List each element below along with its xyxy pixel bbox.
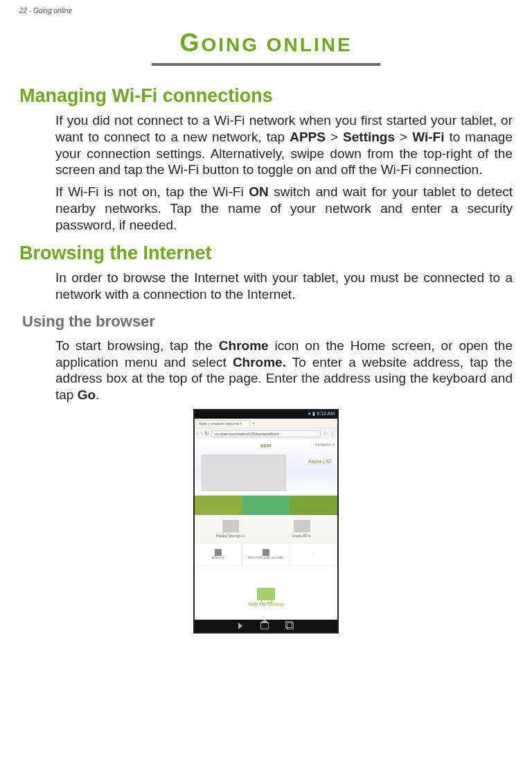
mobility-icon: [215, 549, 222, 556]
category-label: DESKTOPS & ALL-IN-ONES: [248, 556, 284, 559]
webpage-banner: acer Navigation ▾ Aspire | S7: [195, 439, 337, 496]
site-nav[interactable]: Navigation ▾: [315, 442, 335, 446]
browser-urlbar: ‹ › ↻ us.acer.com/ac/en/US/content/hom ☆…: [195, 428, 337, 439]
browser-tab[interactable]: Acer | explore beyond l: [196, 420, 250, 426]
screenshot-container: ▾ ▮ 9:12 AM Acer | explore beyond l + ‹ …: [19, 409, 513, 636]
heading-managing-wifi: Managing Wi-Fi connections: [19, 85, 513, 107]
acer-logo: acer: [260, 442, 272, 448]
product-1[interactable]: Holiday Savings ⊘: [195, 515, 266, 543]
menu-icon[interactable]: ⋮: [330, 430, 335, 437]
text: >: [326, 130, 343, 144]
browse-paragraph-1: In order to browse the Internet with you…: [19, 270, 513, 303]
tile-1[interactable]: [195, 496, 242, 515]
bold-chrome2: Chrome.: [233, 355, 286, 369]
chapter-title-initial: G: [179, 28, 201, 57]
page-header: 22 - Going online: [19, 7, 513, 15]
category-label: MOBILITY: [212, 556, 225, 559]
tile-row: [195, 496, 337, 515]
wifi-paragraph-1: If you did not connect to a Wi-Fi networ…: [19, 112, 513, 178]
statusbar-time: 9:12 AM: [317, 411, 335, 416]
new-tab-button[interactable]: +: [252, 421, 255, 425]
bold-wifi: Wi-Fi: [412, 130, 444, 144]
document-page: 22 - Going online GOING ONLINE Managing …: [0, 0, 532, 650]
nav-home-icon[interactable]: [260, 622, 269, 629]
tablet-screenshot: ▾ ▮ 9:12 AM Acer | explore beyond l + ‹ …: [193, 409, 339, 634]
bold-chrome: Chrome: [219, 338, 269, 353]
arrow-icon: ⊘: [242, 534, 245, 538]
product-label: Holiday Savings: [216, 534, 241, 538]
star-icon[interactable]: ☆: [323, 430, 328, 437]
back-icon[interactable]: ‹: [197, 430, 199, 437]
category-mobility[interactable]: MOBILITY: [195, 543, 242, 566]
category-desktops[interactable]: DESKTOPS & ALL-IN-ONES: [242, 543, 290, 566]
battery-icon: ▮: [312, 411, 315, 416]
android-navbar: [195, 620, 337, 632]
address-box[interactable]: us.acer.com/ac/en/US/content/hom: [211, 430, 321, 437]
text: .: [96, 387, 99, 402]
chapter-title-rest: OING ONLINE: [201, 34, 352, 55]
tile-2[interactable]: [242, 496, 290, 515]
using-paragraph-1: To start browsing, tap the Chrome icon o…: [19, 338, 513, 403]
bold-settings: Settings: [343, 130, 395, 144]
text: >: [395, 130, 412, 144]
forward-icon[interactable]: ›: [201, 430, 203, 437]
nav-back-icon[interactable]: [238, 622, 242, 629]
chapter-title: GOING ONLINE: [19, 28, 513, 58]
chapter-divider: [152, 63, 380, 66]
browser-tabbar[interactable]: Acer | explore beyond l +: [195, 419, 337, 428]
promo-text: Aspire | S7: [308, 459, 332, 464]
heading-using-browser: Using the browser: [22, 313, 513, 331]
text: To start browsing, tap the: [55, 338, 219, 353]
product-row: Holiday Savings ⊘ Aspire R7 ⊘: [195, 515, 337, 543]
category-row: MOBILITY DESKTOPS & ALL-IN-ONES 〉: [195, 543, 337, 566]
tile-3[interactable]: [290, 496, 337, 515]
nav-recent-icon[interactable]: [287, 622, 294, 629]
help-row[interactable]: Help Me Choose: [195, 566, 337, 607]
text: If Wi-Fi is not on, tap the Wi-Fi: [55, 184, 249, 199]
category-next[interactable]: 〉: [290, 543, 337, 566]
product-image: [222, 520, 239, 532]
heading-browsing-internet: Browsing the Internet: [19, 243, 513, 264]
arrow-icon: ⊘: [308, 534, 311, 538]
bold-apps: APPS: [290, 130, 326, 144]
bold-on: ON: [249, 184, 269, 199]
wifi-paragraph-2: If Wi-Fi is not on, tap the Wi-Fi ON swi…: [19, 184, 513, 233]
product-label: Aspire R7: [292, 534, 308, 538]
desktop-icon: [263, 549, 269, 556]
wifi-icon: ▾: [308, 411, 311, 416]
product-2[interactable]: Aspire R7 ⊘: [266, 515, 337, 543]
bold-go: Go: [78, 387, 96, 402]
android-statusbar: ▾ ▮ 9:12 AM: [195, 410, 337, 419]
product-image: [294, 520, 310, 532]
laptop-icon: [257, 588, 275, 600]
reload-icon[interactable]: ↻: [204, 430, 209, 437]
promo-image: [202, 455, 286, 491]
